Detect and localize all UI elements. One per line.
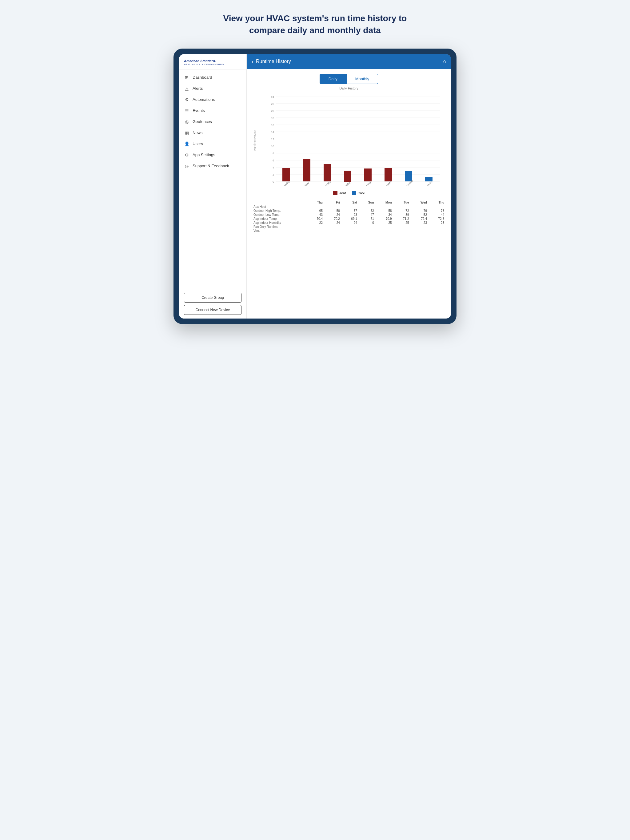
row-cell-3: 71 [359, 217, 376, 221]
back-button[interactable]: ‹ [252, 58, 253, 65]
svg-text:22: 22 [271, 103, 274, 106]
legend-cool-label: Cool [358, 191, 364, 195]
row-label: Vent [252, 229, 307, 233]
row-cell-1: - [324, 225, 342, 229]
sidebar-logo: American Standard. HEATING & AIR CONDITI… [179, 54, 246, 69]
legend-heat-label: Heat [339, 191, 346, 195]
page-title: Runtime History [256, 59, 443, 64]
tab-monthly[interactable]: Monthly [347, 74, 378, 84]
table-col-5: Mon [376, 200, 394, 205]
sidebar-label-automations: Automations [193, 97, 215, 102]
sidebar-item-geofences[interactable]: ◎ Geofences [179, 116, 246, 127]
tablet-screen: American Standard. HEATING & AIR CONDITI… [179, 54, 451, 319]
sidebar-label-users: Users [193, 141, 203, 146]
row-cell-5: - [394, 225, 411, 229]
create-group-button[interactable]: Create Group [184, 293, 242, 303]
sidebar: American Standard. HEATING & AIR CONDITI… [179, 54, 247, 319]
row-cell-0: 70.4 [307, 217, 324, 221]
geofences-icon: ◎ [184, 119, 190, 124]
row-cell-7: - [429, 205, 446, 209]
svg-text:Friday: Friday [303, 182, 309, 186]
row-cell-0: - [307, 229, 324, 233]
tab-row: Daily Monthly [252, 74, 446, 84]
home-icon[interactable]: ⌂ [443, 58, 446, 65]
heat-color-swatch [333, 191, 337, 195]
top-bar: ‹ Runtime History ⌂ [247, 54, 451, 69]
row-cell-4: - [376, 229, 394, 233]
dashboard-icon: ⊞ [184, 75, 190, 80]
logo-brand: American Standard. [184, 59, 242, 63]
row-label: Avg Indoor Temp. [252, 217, 307, 221]
row-cell-7: 23 [429, 221, 446, 225]
table-header-row: ThuFriSatSunMonTueWedThu [252, 200, 446, 205]
row-cell-4: 58 [376, 209, 394, 213]
row-cell-1: 50 [324, 209, 342, 213]
row-cell-0: - [307, 205, 324, 209]
sidebar-item-events[interactable]: ☰ Events [179, 105, 246, 116]
row-cell-4: 25 [376, 221, 394, 225]
chart-container: Runtime (Hours) [252, 94, 446, 187]
row-label: Avg Indoor Humidity [252, 221, 307, 225]
row-cell-0: - [307, 225, 324, 229]
data-table: ThuFriSatSunMonTueWedThu Aux Heat-------… [252, 200, 446, 233]
sidebar-item-automations[interactable]: ⚙ Automations [179, 94, 246, 105]
connect-device-button[interactable]: Connect New Device [184, 305, 242, 315]
row-cell-3: 0 [359, 221, 376, 225]
row-label: Outdoor High Temp. [252, 209, 307, 213]
content-area: Daily Monthly Daily History Runtime (Hou… [247, 69, 451, 319]
page-headline: View your HVAC system's run time history… [174, 12, 456, 36]
row-cell-6: 23 [411, 221, 429, 225]
row-cell-7: 72.8 [429, 217, 446, 221]
row-cell-0: 43 [307, 213, 324, 217]
legend-cool: Cool [352, 191, 364, 195]
legend-heat: Heat [333, 191, 346, 195]
bar-sun-heat [344, 171, 351, 182]
row-cell-6: 79 [411, 209, 429, 213]
sidebar-item-support[interactable]: ◎ Support & Feedback [179, 161, 246, 172]
row-cell-5: 39 [394, 213, 411, 217]
sidebar-item-app-settings[interactable]: ⚙ App Settings [179, 149, 246, 161]
table-row: Avg Indoor Humidity222424025252323 [252, 221, 446, 225]
row-cell-6: - [411, 225, 429, 229]
app-container: American Standard. HEATING & AIR CONDITI… [179, 54, 451, 319]
svg-text:Monday: Monday [363, 181, 371, 186]
table-row: Outdoor Low Temp.4324234734395244 [252, 213, 446, 217]
svg-text:20: 20 [271, 109, 274, 112]
row-cell-3: 47 [359, 213, 376, 217]
row-cell-6: 72.4 [411, 217, 429, 221]
row-cell-3: - [359, 225, 376, 229]
chart-inner: 0 2 4 6 8 10 12 14 16 18 [259, 94, 446, 187]
row-cell-0: 65 [307, 209, 324, 213]
row-cell-5: - [394, 205, 411, 209]
table-row: Fan Only Runtime-------- [252, 225, 446, 229]
svg-text:0: 0 [272, 180, 274, 183]
support-icon: ◎ [184, 164, 190, 169]
tab-daily[interactable]: Daily [320, 74, 347, 84]
row-cell-1: - [324, 229, 342, 233]
bar-chart: 0 2 4 6 8 10 12 14 16 18 [259, 94, 446, 186]
row-cell-7: 78 [429, 209, 446, 213]
sidebar-label-geofences: Geofences [193, 119, 212, 124]
sidebar-label-alerts: Alerts [193, 86, 203, 91]
sidebar-item-alerts[interactable]: △ Alerts [179, 83, 246, 94]
row-cell-2: 57 [342, 209, 359, 213]
row-cell-7: 44 [429, 213, 446, 217]
svg-text:24: 24 [271, 96, 274, 99]
svg-text:6: 6 [272, 159, 274, 162]
row-cell-6: 52 [411, 213, 429, 217]
table-col-7: Wed [411, 200, 429, 205]
y-axis-label: Runtime (Hours) [252, 94, 258, 187]
logo-tagline: HEATING & AIR CONDITIONING [184, 63, 242, 65]
sidebar-nav: ⊞ Dashboard △ Alerts ⚙ Automations ☰ Eve… [179, 69, 246, 289]
table-col-0 [252, 200, 307, 205]
table-col-6: Tue [394, 200, 411, 205]
sidebar-item-users[interactable]: 👤 Users [179, 138, 246, 149]
row-cell-3: 62 [359, 209, 376, 213]
sidebar-item-news[interactable]: ▦ News [179, 127, 246, 138]
row-label: Aux Heat [252, 205, 307, 209]
sidebar-item-dashboard[interactable]: ⊞ Dashboard [179, 72, 246, 83]
row-cell-5: - [394, 229, 411, 233]
row-cell-3: - [359, 229, 376, 233]
row-cell-2: 24 [342, 221, 359, 225]
svg-text:18: 18 [271, 117, 274, 120]
